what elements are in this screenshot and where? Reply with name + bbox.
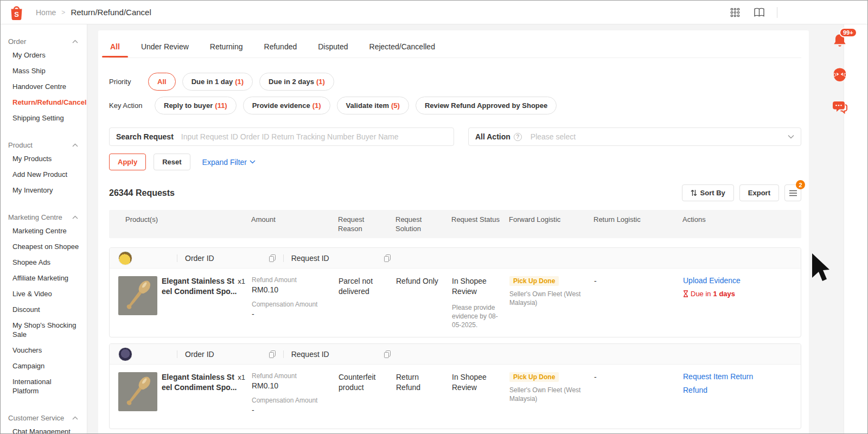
sidebar-item-cheapest-on-shopee[interactable]: Cheapest on Shopee xyxy=(1,239,87,254)
breadcrumb-separator-icon: > xyxy=(61,9,65,16)
requests-count: 26344 Requests xyxy=(109,188,175,198)
pickup-status-badge: Pick Up Done xyxy=(509,372,559,382)
upload-evidence-link[interactable]: Upload Evidence xyxy=(683,276,793,285)
sidebar-section-customer-service[interactable]: Customer Service xyxy=(1,412,87,424)
sidebar-item-live-video[interactable]: Live & Video xyxy=(1,286,87,302)
request-solution: Refund Only xyxy=(396,276,452,286)
chat-icon xyxy=(832,100,847,114)
all-action-select[interactable]: All Action ? Please select xyxy=(468,127,801,146)
sidebar-item-my-inventory[interactable]: My Inventory xyxy=(1,182,87,198)
amount-cell: Refund Amount RM0.10 Compensation Amount… xyxy=(252,372,339,421)
request-status-cell: In Shopee Review xyxy=(452,372,509,393)
request-item-return-link[interactable]: Request Item Return xyxy=(683,372,793,381)
product-name[interactable]: Elegant Stainless Steel Condiment Spo... xyxy=(162,372,238,411)
forward-logistic-detail: Seller's Own Fleet (West Malaysia) xyxy=(509,386,583,403)
guide-book-icon[interactable] xyxy=(753,7,765,18)
results-toolbar: 26344 Requests Sort By Export 2 xyxy=(109,184,801,201)
chevron-up-icon xyxy=(72,416,78,420)
sidebar-item-shopee-ads[interactable]: Shopee Ads xyxy=(1,254,87,270)
notifications-button[interactable]: 99+ xyxy=(833,33,847,51)
request-card: Order ID Request ID xyxy=(109,247,801,337)
chat-button[interactable] xyxy=(832,100,847,116)
priority-pill-due-2-days[interactable]: Due in 2 days (1) xyxy=(259,73,334,91)
key-action-label: Key Action xyxy=(109,101,148,110)
actions-cell: Request Item Return Refund xyxy=(683,372,793,394)
search-row: Search Request All Action ? Please selec… xyxy=(109,127,801,146)
apply-button[interactable]: Apply xyxy=(109,154,146,170)
sidebar-item-vouchers[interactable]: Vouchers xyxy=(1,342,87,358)
due-value: 1 days xyxy=(713,290,735,298)
chevron-up-icon xyxy=(72,143,78,147)
tab-disputed[interactable]: Disputed xyxy=(317,40,349,58)
help-icon[interactable]: ? xyxy=(514,133,522,141)
svg-text:S: S xyxy=(14,10,19,18)
copy-icon[interactable] xyxy=(384,350,391,358)
sidebar-item-discount[interactable]: Discount xyxy=(1,302,87,317)
key-action-pill-provide-evidence[interactable]: Provide evidence (1) xyxy=(243,97,330,114)
sidebar-section-order[interactable]: Order xyxy=(1,35,87,47)
sidebar-item-return-refund-cancel[interactable]: Return/Refund/Cancel xyxy=(1,94,87,110)
refund-amount-label: Refund Amount xyxy=(252,276,339,284)
sort-by-button[interactable]: Sort By xyxy=(682,184,734,201)
refund-link[interactable]: Refund xyxy=(683,386,793,394)
copy-icon[interactable] xyxy=(384,254,391,262)
tab-all[interactable]: All xyxy=(109,40,121,58)
buyer-avatar[interactable] xyxy=(118,251,132,265)
sidebar-item-add-new-product[interactable]: Add New Product xyxy=(1,167,87,182)
sidebar-item-affiliate-marketing[interactable]: Affiliate Marketing xyxy=(1,270,87,286)
col-amount: Amount xyxy=(251,215,338,224)
priority-pill-due-1-day[interactable]: Due in 1 day (1) xyxy=(182,73,253,91)
priority-pill-all[interactable]: All xyxy=(148,73,176,91)
forward-logistic-cell: Pick Up Done Seller's Own Fleet (West Ma… xyxy=(509,276,594,307)
customer-support-button[interactable] xyxy=(832,67,847,84)
key-action-pill-reply-to-buyer[interactable]: Reply to buyer (11) xyxy=(155,97,237,114)
sidebar-item-my-products[interactable]: My Products xyxy=(1,151,87,167)
sidebar-item-marketing-centre[interactable]: Marketing Centre xyxy=(1,223,87,239)
request-card-header: Order ID Request ID xyxy=(110,344,801,365)
sidebar-item-shipping-setting[interactable]: Shipping Setting xyxy=(1,110,87,126)
export-button[interactable]: Export xyxy=(739,184,779,201)
request-status: In Shopee Review xyxy=(452,276,501,297)
sidebar-section-marketing-centre[interactable]: Marketing Centre xyxy=(1,211,87,223)
sidebar-item-chat-management[interactable]: Chat Management xyxy=(1,424,87,433)
sidebar-section-product[interactable]: Product xyxy=(1,139,87,151)
sidebar-item-shocking-sale[interactable]: My Shop's Shocking Sale xyxy=(1,317,87,342)
pill-text: Review Refund Approved by Shopee xyxy=(425,101,547,110)
product-image[interactable] xyxy=(118,276,157,315)
product-quantity: x1 xyxy=(238,372,252,411)
pill-text: All xyxy=(157,78,167,86)
tab-returning[interactable]: Returning xyxy=(209,40,244,58)
tab-rejected-cancelled[interactable]: Rejected/Cancelled xyxy=(368,40,436,58)
sidebar-item-campaign[interactable]: Campaign xyxy=(1,358,87,374)
order-id-label: Order ID xyxy=(185,350,214,359)
sidebar-item-my-orders[interactable]: My Orders xyxy=(1,47,87,63)
key-action-pill-review-refund[interactable]: Review Refund Approved by Shopee xyxy=(416,97,557,114)
col-products: Product(s) xyxy=(118,215,251,224)
reset-button[interactable]: Reset xyxy=(154,154,190,170)
breadcrumb-home[interactable]: Home xyxy=(36,8,56,17)
main-content: All Under Review Returning Refunded Disp… xyxy=(87,24,867,433)
pill-count: (5) xyxy=(391,101,400,110)
copy-icon[interactable] xyxy=(269,254,276,262)
amount-cell: Refund Amount RM0.10 Compensation Amount… xyxy=(252,276,339,325)
product-name[interactable]: Elegant Stainless Steel Condiment Spo... xyxy=(162,276,238,315)
sidebar-item-handover-centre[interactable]: Handover Centre xyxy=(1,79,87,94)
tab-under-review[interactable]: Under Review xyxy=(140,40,190,58)
divider xyxy=(177,350,177,358)
apps-grid-icon[interactable] xyxy=(729,7,741,18)
shopee-logo-icon[interactable]: S xyxy=(9,4,24,21)
list-view-button[interactable]: 2 xyxy=(784,184,801,201)
expand-filter-link[interactable]: Expand Filter xyxy=(202,158,256,167)
sidebar-item-international-platform[interactable]: International Platform xyxy=(1,374,87,399)
product-image[interactable] xyxy=(118,372,157,411)
tab-refunded[interactable]: Refunded xyxy=(263,40,298,58)
key-action-pill-validate-item[interactable]: Validate item (5) xyxy=(337,97,409,114)
copy-icon[interactable] xyxy=(269,350,276,358)
buyer-avatar[interactable] xyxy=(118,347,132,361)
search-request-box: Search Request xyxy=(109,127,454,146)
floating-shortcut-rail: 99+ xyxy=(832,33,847,116)
hourglass-icon xyxy=(683,290,688,297)
sidebar-item-mass-ship[interactable]: Mass Ship xyxy=(1,63,87,79)
search-input[interactable] xyxy=(181,132,447,141)
chevron-down-icon xyxy=(788,135,794,139)
